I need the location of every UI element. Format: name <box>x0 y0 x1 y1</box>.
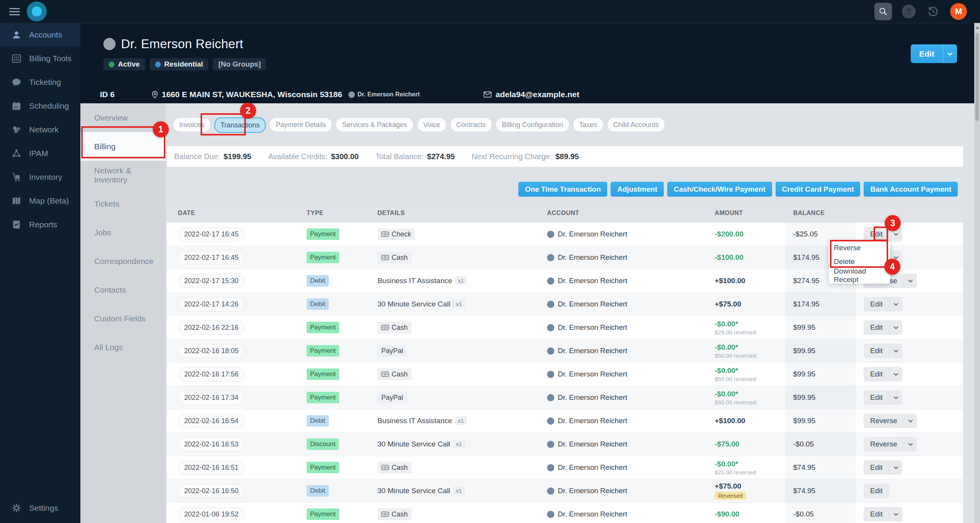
tab-transactions[interactable]: Transactions <box>214 117 266 133</box>
row-action-button[interactable]: Reverse <box>864 414 904 428</box>
balance-value: $74.95 <box>785 456 856 479</box>
sidebar-item-scheduling[interactable]: Scheduling <box>0 94 80 118</box>
account-link[interactable]: Dr. Emerson Reichert <box>558 370 627 378</box>
subnav-item-network-inventory[interactable]: Network & Inventory <box>80 161 166 189</box>
account-link[interactable]: Dr. Emerson Reichert <box>558 230 627 238</box>
help-icon[interactable]: ? <box>902 5 916 18</box>
cell-type: Debit <box>295 298 372 310</box>
row-action-button[interactable]: Edit <box>864 297 889 311</box>
dropdown-item-reverse[interactable]: Reverse <box>829 241 890 255</box>
subnav-item-correspondence[interactable]: Correspondence <box>80 247 166 275</box>
hamburger-menu-icon[interactable] <box>9 6 20 17</box>
history-icon[interactable] <box>927 6 939 17</box>
edit-chevron-down-icon[interactable] <box>943 44 957 63</box>
edit-button[interactable]: Edit <box>911 44 943 63</box>
subnav-item-overview[interactable]: Overview <box>80 103 166 132</box>
row-chevron-down-icon[interactable] <box>904 437 917 451</box>
cell-actions: Edit <box>856 344 963 358</box>
credit-card-payment-button[interactable]: Credit Card Payment <box>776 182 861 197</box>
cell-account: Dr. Emerson Reichert <box>536 277 701 285</box>
sidebar-item-network[interactable]: Network <box>0 118 80 142</box>
row-action-button[interactable]: Edit <box>864 484 889 498</box>
sidebar-item-label: Map (Beta) <box>29 196 69 205</box>
dropdown-item-download-receipt[interactable]: Download Receipt <box>829 269 890 282</box>
cell-account: Dr. Emerson Reichert <box>536 510 701 518</box>
top-bar: ? M <box>0 0 980 23</box>
tab-payment-details[interactable]: Payment Details <box>270 117 332 132</box>
row-chevron-down-icon[interactable] <box>889 367 902 381</box>
row-action-button[interactable]: Edit <box>864 344 889 358</box>
row-chevron-down-icon[interactable] <box>889 390 902 405</box>
bank-account-payment-button[interactable]: Bank Account Payment <box>864 182 958 197</box>
subnav-item-tickets[interactable]: Tickets <box>80 189 166 218</box>
scrollbar-up-arrow[interactable] <box>975 26 979 29</box>
account-link[interactable]: Dr. Emerson Reichert <box>558 300 627 308</box>
envelope-icon <box>483 91 492 98</box>
account-link[interactable]: Dr. Emerson Reichert <box>558 440 627 448</box>
type-badge: Payment <box>307 508 339 520</box>
row-action-button[interactable]: Edit <box>864 367 889 381</box>
row-chevron-down-icon[interactable] <box>904 274 917 288</box>
cash-check-wire-payment-button[interactable]: Cash/Check/Wire Payment <box>667 182 772 197</box>
row-action-button[interactable]: Edit <box>864 460 889 475</box>
account-email-group[interactable]: adela94@example.net <box>483 90 580 99</box>
row-chevron-down-icon[interactable] <box>889 250 902 265</box>
account-link[interactable]: Dr. Emerson Reichert <box>558 277 627 285</box>
account-link[interactable]: Dr. Emerson Reichert <box>558 417 627 425</box>
scrollbar-thumb[interactable] <box>975 33 979 121</box>
subnav-item-all-logs[interactable]: All Logs <box>80 333 166 362</box>
row-chevron-down-icon[interactable] <box>889 320 902 335</box>
page-scrollbar[interactable] <box>974 23 980 523</box>
billing-tabs: InvoicesTransactionsPayment DetailsServi… <box>173 117 665 133</box>
account-link[interactable]: Dr. Emerson Reichert <box>558 253 627 262</box>
subnav-item-jobs[interactable]: Jobs <box>80 218 166 247</box>
row-chevron-down-icon[interactable] <box>889 344 902 358</box>
sidebar-item-inventory[interactable]: Inventory <box>0 165 80 189</box>
account-address-group[interactable]: 1660 E MAIN ST, WAUKESHA, Wisconsin 5318… <box>152 90 342 99</box>
tab-voice[interactable]: Voice <box>417 117 446 132</box>
tab-services-packages[interactable]: Services & Packages <box>336 117 413 132</box>
search-icon[interactable] <box>874 3 892 20</box>
account-link[interactable]: Dr. Emerson Reichert <box>558 393 627 402</box>
cell-actions: Edit <box>856 484 963 498</box>
sidebar-item-map-beta[interactable]: Map (Beta) <box>0 189 80 213</box>
sidebar-item-billing-tools[interactable]: Billing Tools <box>0 47 80 70</box>
account-contact[interactable]: Dr. Emerson Reichert <box>348 91 420 98</box>
subnav-item-custom-fields[interactable]: Custom Fields <box>80 304 166 333</box>
row-action-button[interactable]: Edit <box>864 227 889 241</box>
row-action-button[interactable]: Edit <box>864 390 889 405</box>
tab-contracts[interactable]: Contracts <box>450 117 492 132</box>
transaction-actions-row: One Time TransactionAdjustmentCash/Check… <box>167 182 963 197</box>
row-chevron-down-icon[interactable] <box>889 227 902 241</box>
sidebar-item-reports[interactable]: Reports <box>0 213 80 236</box>
cell-account: Dr. Emerson Reichert <box>536 347 701 355</box>
row-action-button[interactable]: Edit <box>864 320 889 335</box>
sidebar-item-ticketing[interactable]: Ticketing <box>0 70 80 94</box>
row-chevron-down-icon[interactable] <box>889 297 902 311</box>
user-avatar[interactable]: M <box>950 3 967 20</box>
row-chevron-down-icon[interactable] <box>904 414 917 428</box>
row-action-button[interactable]: Edit <box>864 507 889 521</box>
account-link[interactable]: Dr. Emerson Reichert <box>558 463 627 472</box>
account-link[interactable]: Dr. Emerson Reichert <box>558 487 627 495</box>
sidebar-item-accounts[interactable]: Accounts <box>0 23 80 47</box>
adjustment-button[interactable]: Adjustment <box>611 182 664 197</box>
subnav-item-contacts[interactable]: Contacts <box>80 275 166 304</box>
account-link[interactable]: Dr. Emerson Reichert <box>558 347 627 355</box>
account-link[interactable]: Dr. Emerson Reichert <box>558 510 627 518</box>
one-time-transaction-button[interactable]: One Time Transaction <box>518 182 607 197</box>
tab-invoices[interactable]: Invoices <box>173 117 211 132</box>
dropdown-item-delete[interactable]: Delete <box>829 255 890 269</box>
sidebar-item-settings[interactable]: Settings <box>0 496 80 520</box>
row-chevron-down-icon[interactable] <box>889 460 902 475</box>
subnav-item-billing[interactable]: Billing <box>80 132 166 161</box>
row-action-button[interactable]: Reverse <box>864 437 904 451</box>
tab-billing-configuration[interactable]: Billing Configuration <box>496 117 569 132</box>
cell-type: Payment <box>295 252 372 263</box>
sidebar-item-ipam[interactable]: IPAM <box>0 142 80 165</box>
row-chevron-down-icon[interactable] <box>889 507 902 521</box>
app-logo[interactable] <box>27 2 47 21</box>
account-link[interactable]: Dr. Emerson Reichert <box>558 323 627 332</box>
tab-child-accounts[interactable]: Child Accounts <box>607 117 665 132</box>
tab-taxes[interactable]: Taxes <box>573 117 603 132</box>
